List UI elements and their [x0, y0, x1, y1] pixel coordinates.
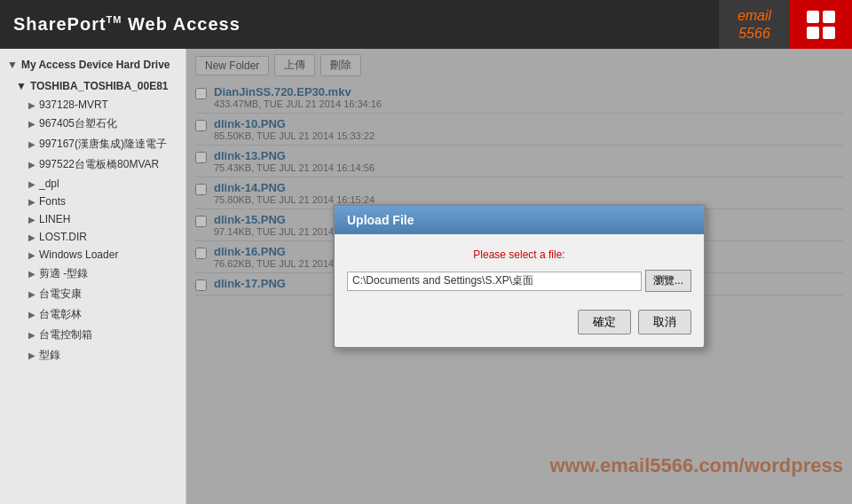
sidebar-group[interactable]: ▼ TOSHIBA_TOSHIBA_00E81: [0, 76, 185, 96]
sidebar-item-9[interactable]: ▶剪適 -型錄: [0, 264, 185, 284]
logo-icon: [805, 9, 837, 41]
item-arrow-icon: ▶: [28, 215, 36, 224]
main-layout: ▼ My Access Device Hard Drive ▼ TOSHIBA_…: [0, 49, 852, 504]
sidebar-item-label: 台電控制箱: [39, 327, 92, 343]
svg-rect-3: [823, 27, 835, 39]
item-arrow-icon: ▶: [28, 139, 36, 149]
dialog-footer: 確定 取消: [347, 306, 691, 335]
item-arrow-icon: ▶: [28, 350, 36, 360]
cancel-button[interactable]: 取消: [638, 310, 691, 335]
app-logo: [790, 0, 852, 49]
sidebar-item-label: 台電安康: [39, 287, 82, 302]
group-arrow-icon: ▼: [16, 80, 27, 92]
app-title: SharePortTM Web Access: [13, 14, 241, 35]
item-arrow-icon: ▶: [28, 232, 36, 242]
sidebar-item-label: 997522台電板橋80MVAR: [39, 157, 159, 172]
svg-rect-1: [823, 11, 835, 23]
header: SharePortTM Web Access email 5566: [0, 0, 852, 49]
sidebar-item-8[interactable]: ▶Windows Loader: [0, 246, 185, 264]
ok-button[interactable]: 確定: [578, 310, 631, 335]
item-arrow-icon: ▶: [28, 289, 36, 299]
item-arrow-icon: ▶: [28, 269, 36, 279]
sidebar-item-4[interactable]: ▶_dpl: [0, 175, 185, 193]
sidebar-item-label: _dpl: [39, 177, 59, 190]
content-area: New Folder 上傳 刪除 DianJinSS.720.EP30.mkv …: [186, 49, 852, 504]
item-arrow-icon: ▶: [28, 197, 36, 207]
sidebar-item-5[interactable]: ▶Fonts: [0, 193, 185, 210]
dialog-body: Please select a file: 瀏覽... 確定 取消: [335, 234, 704, 347]
item-arrow-icon: ▶: [28, 100, 36, 110]
item-arrow-icon: ▶: [28, 160, 36, 169]
item-arrow-icon: ▶: [28, 250, 36, 260]
sidebar-item-label: 台電彰林: [39, 307, 82, 322]
sidebar-item-label: Fonts: [39, 195, 66, 208]
item-arrow-icon: ▶: [28, 330, 36, 340]
root-arrow-icon: ▼: [7, 59, 18, 71]
sidebar-items: ▶937128-MVRT▶967405台塑石化▶997167(漢唐集成)隆達電子…: [0, 96, 185, 366]
sidebar-item-2[interactable]: ▶997167(漢唐集成)隆達電子: [0, 134, 185, 154]
user-id-label: 5566: [738, 25, 770, 42]
sidebar-item-6[interactable]: ▶LINEH: [0, 210, 185, 228]
file-input-row: 瀏覽...: [347, 270, 691, 292]
svg-rect-2: [807, 27, 819, 39]
sidebar-item-7[interactable]: ▶LOST.DIR: [0, 228, 185, 246]
sidebar-item-0[interactable]: ▶937128-MVRT: [0, 96, 185, 114]
item-arrow-icon: ▶: [28, 179, 36, 189]
svg-rect-0: [807, 11, 819, 23]
sidebar-item-label: Windows Loader: [39, 248, 118, 261]
sidebar-root-label: My Access Device Hard Drive: [21, 59, 170, 71]
sidebar-item-label: 937128-MVRT: [39, 98, 108, 111]
upload-dialog: Upload File Please select a file: 瀏覽... …: [333, 204, 706, 349]
sidebar: ▼ My Access Device Hard Drive ▼ TOSHIBA_…: [0, 49, 186, 504]
sidebar-group-label: TOSHIBA_TOSHIBA_00E81: [30, 80, 169, 92]
file-path-input[interactable]: [347, 272, 642, 291]
sidebar-item-label: 型錄: [39, 348, 60, 363]
user-badge: email 5566: [719, 0, 790, 49]
browse-button[interactable]: 瀏覽...: [645, 270, 691, 292]
dialog-prompt: Please select a file:: [347, 248, 691, 261]
sidebar-item-3[interactable]: ▶997522台電板橋80MVAR: [0, 154, 185, 175]
sidebar-item-12[interactable]: ▶台電控制箱: [0, 325, 185, 345]
sidebar-item-13[interactable]: ▶型錄: [0, 345, 185, 366]
sidebar-item-11[interactable]: ▶台電彰林: [0, 304, 185, 325]
user-email-label: email: [738, 7, 771, 24]
sidebar-item-label: 997167(漢唐集成)隆達電子: [39, 137, 167, 152]
dialog-overlay: Upload File Please select a file: 瀏覽... …: [186, 49, 852, 504]
item-arrow-icon: ▶: [28, 119, 36, 129]
dialog-title: Upload File: [335, 206, 704, 234]
item-arrow-icon: ▶: [28, 310, 36, 319]
sidebar-item-label: 剪適 -型錄: [39, 266, 88, 281]
sidebar-item-label: LOST.DIR: [39, 231, 87, 243]
sidebar-item-10[interactable]: ▶台電安康: [0, 284, 185, 304]
sidebar-item-1[interactable]: ▶967405台塑石化: [0, 114, 185, 134]
sidebar-item-label: LINEH: [39, 213, 70, 225]
sidebar-item-label: 967405台塑石化: [39, 116, 117, 131]
sidebar-root-item[interactable]: ▼ My Access Device Hard Drive: [0, 53, 185, 76]
